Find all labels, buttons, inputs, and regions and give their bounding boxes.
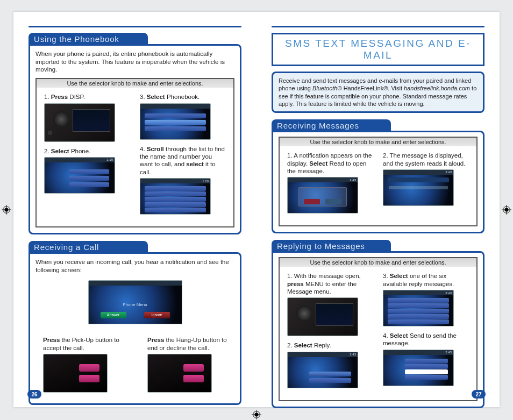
instruction-bar: Use the selector knob to make and enter … — [35, 78, 234, 88]
reply-step-1: 1. With the message open, press MENU to … — [287, 272, 373, 295]
phonebook-intro: When your phone is paired, its entire ph… — [35, 50, 234, 74]
screenshot-display: 2:43 — [287, 177, 358, 213]
feature-callout: Receive and send text messages and e-mai… — [272, 72, 484, 113]
section-body-replying: Use the selector knob to make and enter … — [272, 251, 484, 408]
section-header-replying: Replying to Messages — [272, 240, 391, 252]
page-number-right: 27 — [472, 390, 486, 398]
registration-mark-icon — [501, 204, 512, 215]
reply-step-4: 4. Select Send to send the message. — [383, 332, 469, 347]
registration-mark-icon — [1, 204, 12, 215]
section-header-receiving-msgs: Receiving Messages — [272, 119, 391, 131]
screenshot-pickup-button — [43, 354, 108, 393]
screenshot-display: 1:20 — [140, 178, 211, 215]
screenshot-display: 2:43 — [383, 169, 454, 206]
section-body-receiving-msgs: Use the selector knob to make and enter … — [272, 131, 484, 233]
registration-mark-icon — [251, 409, 262, 420]
step-1: 1. Press DISP. — [44, 93, 130, 101]
recv-step-2: 2. The message is displayed, and the sys… — [383, 152, 469, 167]
page-title-box: SMS TEXT MESSAGING AND E-MAIL — [272, 33, 484, 66]
step-3: 3. Select Phonebook. — [140, 93, 226, 101]
divider — [272, 26, 484, 27]
section-body-phonebook: When your phone is paired, its entire ph… — [28, 44, 241, 234]
pickup-instruction: Press the Pick-Up button to accept the c… — [43, 336, 130, 352]
reply-step-2: 2. Select Reply. — [287, 341, 373, 349]
section-header-receive-call: Receiving a Call — [28, 241, 148, 253]
section-header-phonebook: Using the Phonebook — [28, 33, 148, 45]
screenshot-display: 2:43 — [287, 352, 358, 388]
instruction-bar: Use the selector knob to make and enter … — [279, 257, 478, 267]
page-title: SMS TEXT MESSAGING AND E-MAIL — [285, 38, 471, 61]
screenshot-display — [140, 103, 211, 140]
screenshot-display: 2:43 — [383, 290, 454, 326]
receiving-steps-box: 1. A notification appears on the display… — [279, 146, 478, 226]
screenshot-dash — [287, 297, 358, 336]
step-4: 4. Scroll through the list to find the n… — [140, 145, 226, 176]
page-right: SMS TEXT MESSAGING AND E-MAIL Receive an… — [256, 12, 500, 407]
screenshot-display: 2:43 — [383, 350, 454, 386]
page-number-left: 26 — [27, 390, 41, 398]
replying-steps-box: 1. With the message open, press MENU to … — [279, 267, 478, 401]
page-left: Using the Phonebook When your phone is p… — [13, 12, 256, 407]
screenshot-display: 1:19 — [44, 157, 115, 194]
reply-step-3: 3. Select one of the six available reply… — [383, 272, 469, 288]
recv-step-1: 1. A notification appears on the display… — [287, 152, 373, 175]
screenshot-incoming-call: Phone Menu Answer Ignore — [88, 280, 182, 324]
phonebook-steps-box: 1. Press DISP. 2. Select Phone. 1:19 — [35, 88, 234, 227]
divider — [28, 26, 241, 27]
hangup-instruction: Press the Hang-Up button to end or decli… — [147, 336, 234, 352]
step-2: 2. Select Phone. — [44, 147, 130, 155]
section-body-receive-call: When you receive an incoming call, you h… — [28, 252, 241, 405]
receive-call-intro: When you receive an incoming call, you h… — [35, 258, 234, 274]
screenshot-dash — [44, 103, 115, 142]
screenshot-hangup-button — [147, 354, 212, 393]
instruction-bar: Use the selector knob to make and enter … — [279, 137, 478, 146]
